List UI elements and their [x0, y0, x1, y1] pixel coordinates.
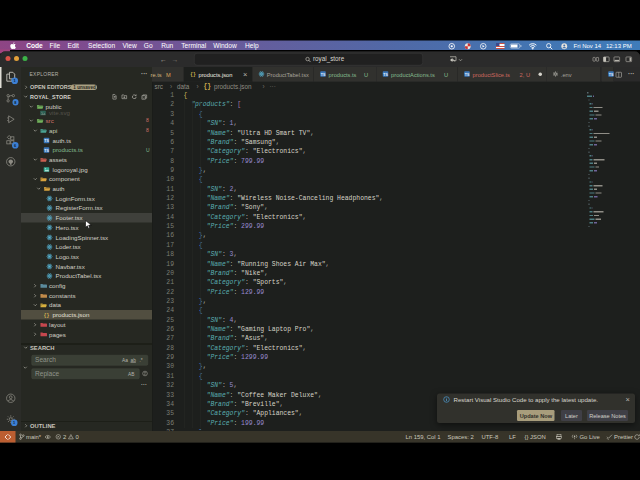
svg-text:TS: TS — [465, 73, 470, 77]
svg-text:TS: TS — [44, 139, 49, 143]
svg-text:{}: {} — [44, 313, 50, 318]
svg-text:TS: TS — [321, 73, 326, 77]
svg-text:{}: {} — [190, 72, 196, 77]
svg-text:TS: TS — [44, 149, 49, 153]
svg-text:TS: TS — [609, 73, 614, 77]
svg-text:TS: TS — [383, 73, 388, 77]
